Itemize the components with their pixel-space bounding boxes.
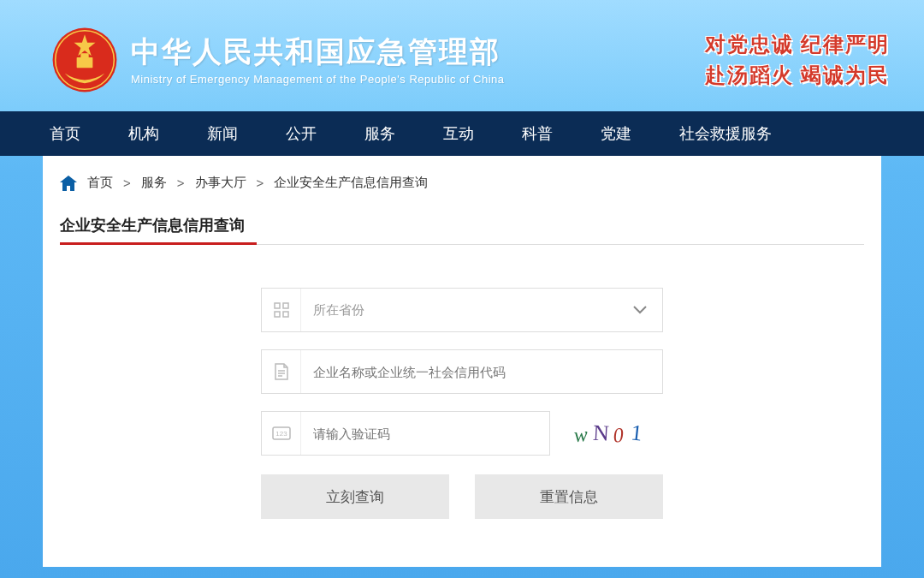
company-name-input[interactable] <box>301 350 662 393</box>
submit-button[interactable]: 立刻查询 <box>261 474 449 519</box>
breadcrumb-separator: > <box>123 176 131 190</box>
site-subtitle: Ministry of Emergency Management of the … <box>131 73 679 86</box>
svg-rect-6 <box>283 303 288 308</box>
number-icon: 123 <box>262 412 301 455</box>
breadcrumb-separator: > <box>257 176 264 190</box>
site-header: 中华人民共和国应急管理部 Ministry of Emergency Manag… <box>0 0 924 111</box>
breadcrumb: 首页 > 服务 > 办事大厅 > 企业安全生产信息信用查询 <box>60 175 864 191</box>
province-placeholder: 所在省份 <box>301 289 662 331</box>
slogan-line-1: 对党忠诚 纪律严明 <box>705 29 890 60</box>
svg-text:0: 0 <box>613 424 625 447</box>
nav-org[interactable]: 机构 <box>104 111 183 156</box>
national-emblem <box>51 27 118 93</box>
svg-rect-8 <box>283 312 288 317</box>
nav-rescue[interactable]: 社会救援服务 <box>655 111 796 156</box>
query-form: 所在省份 123 w N 0 1 <box>261 288 663 519</box>
breadcrumb-separator: > <box>177 176 185 190</box>
crumb-home[interactable]: 首页 <box>87 175 113 191</box>
nav-party[interactable]: 党建 <box>577 111 655 156</box>
svg-text:w: w <box>573 423 589 446</box>
reset-button[interactable]: 重置信息 <box>475 474 663 519</box>
document-icon <box>262 350 301 393</box>
crumb-hall[interactable]: 办事大厅 <box>195 175 246 191</box>
nav-science[interactable]: 科普 <box>498 111 577 156</box>
svg-rect-5 <box>275 303 280 308</box>
company-name-field[interactable] <box>261 349 663 394</box>
grid-icon <box>262 289 301 331</box>
nav-interact[interactable]: 互动 <box>419 111 498 156</box>
main-nav: 首页 机构 新闻 公开 服务 互动 科普 党建 社会救援服务 <box>0 111 924 156</box>
site-title: 中华人民共和国应急管理部 <box>131 34 679 69</box>
svg-text:N: N <box>593 420 610 446</box>
home-icon[interactable] <box>60 176 77 191</box>
slogan-line-2: 赴汤蹈火 竭诚为民 <box>705 60 890 91</box>
captcha-field[interactable]: 123 <box>261 411 550 456</box>
crumb-current: 企业安全生产信息信用查询 <box>274 175 428 191</box>
nav-open[interactable]: 公开 <box>262 111 341 156</box>
main-panel: 首页 > 服务 > 办事大厅 > 企业安全生产信息信用查询 企业安全生产信息信用… <box>43 156 881 567</box>
crumb-service[interactable]: 服务 <box>141 175 167 191</box>
svg-rect-7 <box>275 312 280 317</box>
nav-home[interactable]: 首页 <box>26 111 104 156</box>
section-title: 企业安全生产信息信用查询 <box>60 215 864 245</box>
slogan: 对党忠诚 纪律严明 赴汤蹈火 竭诚为民 <box>705 29 890 91</box>
chevron-down-icon <box>633 306 647 314</box>
nav-news[interactable]: 新闻 <box>183 111 262 156</box>
svg-rect-4 <box>80 53 88 58</box>
svg-rect-3 <box>77 57 93 68</box>
nav-service[interactable]: 服务 <box>341 111 419 156</box>
svg-text:123: 123 <box>275 430 287 438</box>
captcha-input[interactable] <box>301 412 549 455</box>
province-select[interactable]: 所在省份 <box>261 288 663 332</box>
captcha-image[interactable]: w N 0 1 <box>560 411 663 456</box>
svg-text:1: 1 <box>630 420 643 445</box>
